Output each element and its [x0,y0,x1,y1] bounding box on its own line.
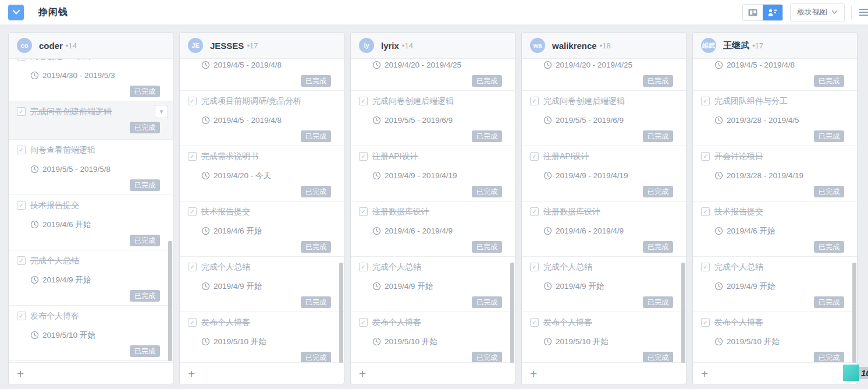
collapse-project-button[interactable] [8,5,24,20]
column-scrollbar[interactable] [168,241,172,361]
task-checkbox-checked[interactable]: ✓ [701,318,710,327]
column-header[interactable]: 维武王继武•17 [693,33,857,59]
task-date-row: 2019/5/10 开始 [530,336,678,347]
task-checkbox-checked[interactable]: ✓ [530,263,539,271]
task-checkbox-checked[interactable]: ✓ [701,263,710,271]
add-task-button[interactable]: + [530,367,537,380]
task-date-row: 2019/5/10 开始 [359,336,507,347]
task-checkbox-checked[interactable]: ✓ [17,146,26,154]
task-card[interactable]: ✓发布个人博客2019/5/10 开始已完成 [180,312,344,362]
task-badge-row: 已完成 [530,75,678,87]
column-header[interactable]: lylyrix•14 [351,33,515,59]
task-card[interactable]: ✓发布个人博客2019/5/10 开始已完成 [9,306,173,361]
card-menu-button[interactable]: ▾ [155,105,168,118]
task-checkbox-checked[interactable]: ✓ [188,97,197,105]
task-checkbox-checked[interactable]: ✓ [359,152,368,161]
task-badge-row: 已完成 [530,296,678,308]
status-badge-done: 已完成 [130,122,160,133]
task-card[interactable]: ✓完成个人总结2019/4/9 开始已完成 [180,257,344,312]
task-card[interactable]: ✓技术报告提交2019/4/6 开始已完成 [180,201,344,257]
task-card[interactable]: ✓技术报告提交2019/4/6 开始已完成 [9,195,173,250]
task-checkbox-checked[interactable]: ✓ [701,152,710,161]
column-header[interactable]: JEJESSES•17 [180,33,344,59]
task-card[interactable]: ✓2019/4/5 - 2019/4/8已完成 [693,59,857,91]
task-card[interactable]: ✓完成团队组件与分工2019/3/28 - 2019/4/5已完成 [693,91,857,146]
status-badge-done: 已完成 [472,186,502,197]
task-checkbox-checked[interactable]: ✓ [17,201,26,210]
task-card[interactable]: ✓完成问卷创建后端逻辑2019/5/5 - 2019/6/9已完成 [522,91,686,146]
column-scrollbar[interactable] [681,263,685,363]
member-avatar: co [17,38,32,53]
task-checkbox-checked[interactable]: ✓ [188,263,197,271]
task-checkbox-checked[interactable]: ✓ [359,97,368,105]
add-task-button[interactable]: + [17,367,24,380]
task-card[interactable]: ✓注册API设计2019/4/9 - 2019/4/19已完成 [351,146,515,201]
clock-icon [30,220,39,229]
task-card[interactable]: ✓完成个人总结2019/4/9 开始已完成 [522,257,686,312]
task-title: 技术报告提交 [30,200,79,211]
task-checkbox-checked[interactable]: ✓ [359,207,368,216]
add-task-button[interactable]: + [188,367,195,380]
chevron-down-icon [12,9,20,15]
task-checkbox-checked[interactable]: ✓ [17,59,26,61]
task-title: 完成需求说明书 [201,151,258,162]
task-card[interactable]: ✓发布个人博客2019/5/10 开始已完成 [351,312,515,362]
task-card[interactable]: ✓完成个人总结2019/4/9 开始已完成 [351,257,515,312]
column-header[interactable]: wawalikrence•18 [522,33,686,59]
column-scrollbar[interactable] [339,263,343,363]
task-card[interactable]: ✓问卷创建API设计2019/4/30 - 2019/5/3已完成 [9,59,173,101]
task-checkbox-checked[interactable]: ✓ [530,318,539,327]
task-checkbox-checked[interactable]: ✓ [701,97,710,105]
task-badge-row: 已完成 [17,345,165,357]
status-badge-done: 已完成 [301,130,331,142]
task-checkbox-checked[interactable]: ✓ [530,97,539,105]
task-card[interactable]: ✓完成问卷创建前端逻辑▾已完成 [9,101,173,140]
task-badge-row: 已完成 [701,352,849,362]
task-checkbox-checked[interactable]: ✓ [359,263,368,271]
task-card[interactable]: ✓注册数据库设计2019/4/6 - 2019/4/9已完成 [522,201,686,257]
task-card[interactable]: ✓完成需求说明书2019/4/20 - 今天已完成 [180,146,344,201]
task-card[interactable]: ✓问卷查看前端逻辑2019/5/5 - 2019/5/8已完成 [9,140,173,195]
task-due-date: 2019/4/6 开始 [214,225,262,236]
clock-icon [372,171,381,180]
column-scrollbar[interactable] [510,263,514,363]
view-mode-select[interactable]: 板块视图 [790,3,845,22]
member-avatar: JE [188,38,203,53]
task-card[interactable]: ✓发布个人博客2019/5/10 开始已完成 [693,312,857,362]
task-card[interactable]: ✓完成问卷创建后端逻辑2019/5/5 - 2019/6/9已完成 [351,91,515,146]
add-task-button[interactable]: + [359,367,366,380]
member-view-button[interactable] [763,5,782,20]
task-checkbox-checked[interactable]: ✓ [530,152,539,161]
menu-icon[interactable] [859,9,868,16]
task-checkbox-checked[interactable]: ✓ [188,318,197,327]
task-checkbox-checked[interactable]: ✓ [17,256,26,265]
task-checkbox-checked[interactable]: ✓ [701,207,710,216]
task-card[interactable]: ✓注册API设计2019/4/9 - 2019/4/19已完成 [522,146,686,201]
task-card[interactable]: ✓注册数据库设计2019/4/6 - 2019/4/9已完成 [351,201,515,257]
task-card[interactable]: ✓完成个人总结2019/4/9 开始已完成 [693,257,857,312]
task-card[interactable]: ✓技术报告提交2019/4/6 开始已完成 [693,201,857,257]
task-card[interactable]: ✓2019/4/20 - 2019/4/25已完成 [351,59,515,91]
column-header[interactable]: cocoder•14 [9,33,173,59]
task-date-row: 2019/4/6 开始 [188,225,336,236]
kanban-view-button[interactable] [743,5,763,20]
task-checkbox-checked[interactable]: ✓ [188,152,197,161]
task-checkbox-checked[interactable]: ✓ [188,207,197,216]
add-task-button[interactable]: + [701,367,708,380]
clock-icon [714,61,723,69]
task-checkbox-checked[interactable]: ✓ [359,318,368,327]
task-checkbox-checked[interactable]: ✓ [17,107,26,116]
column-footer: + [351,362,515,384]
task-card[interactable]: ✓2019/4/20 - 2019/4/25已完成 [522,59,686,91]
column-scrollbar[interactable] [852,263,856,363]
task-card[interactable]: ✓2019/4/5 - 2019/4/8已完成 [180,59,344,91]
task-title-row: ✓完成项目前期调研/竞品分析 [188,96,336,107]
task-card[interactable]: ✓完成项目前期调研/竞品分析2019/4/5 - 2019/4/8已完成 [180,91,344,146]
task-title-row: ✓发布个人博客 [17,310,165,321]
task-title: 技术报告提交 [201,206,250,217]
task-checkbox-checked[interactable]: ✓ [17,312,26,320]
task-card[interactable]: ✓发布个人博客2019/5/10 开始已完成 [522,312,686,362]
task-card[interactable]: ✓开会讨论项目2019/3/28 - 2019/4/19已完成 [693,146,857,201]
task-checkbox-checked[interactable]: ✓ [530,207,539,216]
task-card[interactable]: ✓完成个人总结2019/4/9 开始已完成 [9,250,173,306]
